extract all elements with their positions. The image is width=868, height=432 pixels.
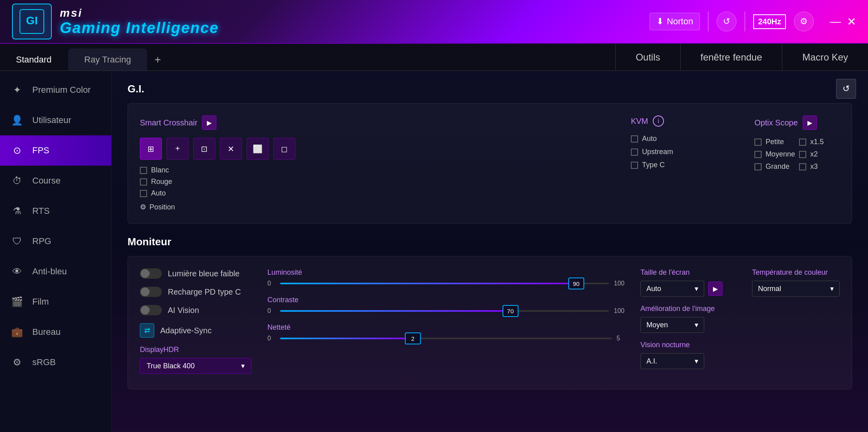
adaptive-sync-icon[interactable]: ⇄ [140,323,154,338]
rts-icon: ⚗ [10,204,24,218]
optix-moyenne[interactable]: Moyenne [754,150,795,158]
nettete-thumb[interactable]: 2 [405,332,421,344]
crosshair-icon-4[interactable]: ✕ [220,138,242,160]
contraste-slider-item: Contraste 0 70 100 [267,296,624,315]
sidebar-utilisateur-label: Utilisateur [32,115,71,125]
norton-button[interactable]: ⬇ Norton [650,13,700,30]
optix-x15-label: x1.5 [810,138,824,146]
settings-icon-btn[interactable]: ⚙ [794,12,814,31]
sidebar-item-bureau[interactable]: 💼 Bureau [0,317,111,347]
msi-label: msi [60,7,219,20]
taille-ecran-play-button[interactable]: ▶ [708,281,723,296]
recharge-pd-label: Recharge PD type C [168,287,241,297]
nettete-fill [280,338,413,339]
luminosite-thumb[interactable]: 90 [568,278,584,289]
tab-add-button[interactable]: + [148,49,168,70]
tab-ray-tracing[interactable]: Ray Tracing [68,49,147,70]
svg-text:GI: GI [26,14,38,27]
color-auto[interactable]: Auto [140,189,607,197]
color-blanc[interactable]: Blanc [140,166,607,174]
sidebar-item-utilisateur[interactable]: 👤 Utilisateur [0,105,111,135]
position-label: Position [149,203,175,211]
kvm-upstream[interactable]: Upstream [631,148,731,156]
sidebar-item-rts[interactable]: ⚗ RTS [0,196,111,226]
optix-grande[interactable]: Grande [754,162,795,171]
amelioration-dropdown[interactable]: Moyen ▾ [640,317,704,333]
monitor-section: OFF Lumière bleue faible OFF Recharge PD… [128,256,852,389]
color-rouge[interactable]: Rouge [140,178,607,186]
gi-section: Smart Crosshair ▶ ⊞ + ⊡ ✕ ⬜ ◻ [128,103,852,224]
crosshair-icon-5[interactable]: ⬜ [247,138,269,160]
nettete-slider-item: Netteté 0 2 5 [267,323,624,342]
monitor-row: OFF Lumière bleue faible OFF Recharge PD… [140,268,840,377]
optix-petite[interactable]: Petite [754,138,795,146]
toggle-recharge-pd-switch[interactable]: OFF [140,287,162,297]
refresh-icon-btn[interactable]: ↺ [717,12,736,31]
radio-kvm-upstream [631,149,638,156]
hz-display: 240Hz [753,14,786,29]
kvm-label: KVM [631,117,648,126]
app-name-label: Gaming Intelligence [60,20,219,37]
toggle-lumiere-bleue-switch[interactable]: OFF [140,268,162,279]
optix-x2-label: x2 [810,150,818,158]
macro-key-label: Macro Key [802,52,848,63]
optix-x15[interactable]: x1.5 [799,138,840,146]
crosshair-icon-6[interactable]: ◻ [273,138,295,160]
right-col: Taille de l'écran Auto ▾ ▶ Amélioration … [640,268,840,377]
contraste-value: 70 [507,308,514,315]
kvm-typec[interactable]: Type C [631,161,731,169]
fenetre-fendue-tab[interactable]: fenêtre fendue [680,44,782,70]
outils-tab[interactable]: Outils [615,44,680,70]
crosshair-icon-1[interactable]: ⊞ [140,138,162,160]
sidebar-item-premium-color[interactable]: ✦ Premium Color [0,75,111,105]
sidebar: ✦ Premium Color 👤 Utilisateur ⊙ FPS ⏱ Co… [0,71,112,432]
luminosite-slider[interactable]: 90 [280,283,609,284]
contraste-label: Contraste [267,296,624,304]
monitor-left: OFF Lumière bleue faible OFF Recharge PD… [140,268,251,377]
sidebar-film-label: Film [32,297,49,307]
nettete-slider[interactable]: 2 [280,338,612,339]
radio-x2 [799,151,806,158]
displayhdr-dropdown[interactable]: True Black 400 ▾ [140,358,251,374]
sidebar-item-srgb[interactable]: ⚙ sRGB [0,347,111,377]
position-button[interactable]: ⚙ Position [140,203,607,211]
content-refresh-button[interactable]: ↺ [836,79,856,99]
sidebar-fps-label: FPS [32,145,49,156]
displayhdr-value: True Black 400 [147,362,194,370]
close-button[interactable]: ✕ [847,15,856,28]
contraste-thumb[interactable]: 70 [503,305,518,317]
temperature-dropdown[interactable]: Normal ▾ [752,281,840,297]
crosshair-icon-2[interactable]: + [167,138,189,160]
optix-grande-label: Grande [766,162,789,171]
optix-play-button[interactable]: ▶ [803,115,817,130]
kvm-auto[interactable]: Auto [631,135,731,143]
sidebar-rts-label: RTS [32,206,50,216]
sidebar-item-anti-bleu[interactable]: 👁 Anti-bleu [0,256,111,287]
amelioration-row: Moyen ▾ [640,317,728,333]
vision-nocturne-label: Vision nocturne [640,341,728,349]
optix-x2[interactable]: x2 [799,150,840,158]
contraste-slider[interactable]: 70 [280,310,609,312]
sidebar-item-film[interactable]: 🎬 Film [0,287,111,317]
fenetre-fendue-label: fenêtre fendue [701,52,762,63]
kvm-info-icon[interactable]: i [653,115,664,127]
sidebar-item-fps[interactable]: ⊙ FPS [0,135,111,166]
sidebar-item-rpg[interactable]: 🛡 RPG [0,226,111,256]
smart-crosshair-play-button[interactable]: ▶ [202,115,216,130]
sidebar-item-course[interactable]: ⏱ Course [0,166,111,196]
nettete-max: 5 [617,335,624,342]
minimize-button[interactable]: — [830,15,841,28]
vision-nocturne-dropdown[interactable]: A.I. ▾ [640,353,704,369]
radio-auto [140,190,147,197]
color-rouge-label: Rouge [151,178,172,186]
taille-ecran-dropdown[interactable]: Auto ▾ [640,281,704,297]
optix-x3[interactable]: x3 [799,162,840,171]
macro-key-tab[interactable]: Macro Key [782,44,868,70]
toggle-recharge-pd: OFF Recharge PD type C [140,287,251,297]
temperature-label: Température de couleur [752,268,840,277]
crosshair-icon-3[interactable]: ⊡ [193,138,215,160]
tab-standard[interactable]: Standard [0,49,67,70]
luminosite-slider-item: Luminosité 0 90 100 [267,268,624,287]
toggle-ai-vision-switch[interactable]: OFF [140,305,162,315]
nettete-min: 0 [267,335,275,342]
